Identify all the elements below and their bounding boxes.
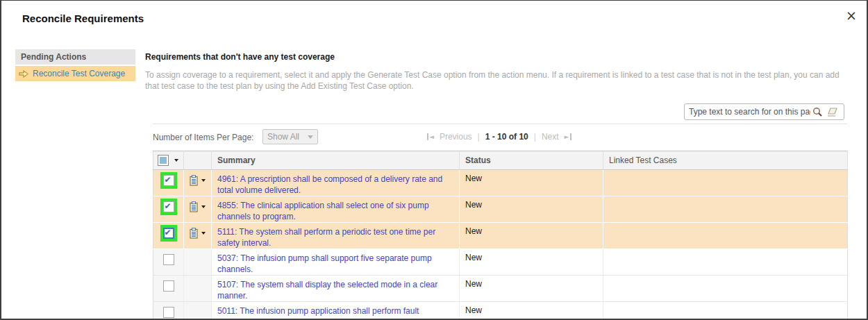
requirements-table: Summary Status Linked Test Cases 4961: A… (153, 151, 848, 320)
pagination-range: 1 - 10 of 10 (485, 132, 528, 142)
row-menu-cell (184, 170, 212, 196)
caret-down-icon (201, 232, 206, 235)
row-checkbox-cell (153, 249, 184, 276)
row-checkbox[interactable] (163, 201, 174, 212)
close-icon[interactable]: × (846, 9, 857, 22)
pagination: ◄ Previous | 1 - 10 of 10 | Next ► (427, 132, 571, 142)
linked-test-cases-cell (603, 170, 848, 196)
status-cell: New (460, 302, 603, 320)
sidebar-item-reconcile-test-coverage[interactable]: Reconcile Test Coverage (15, 66, 135, 81)
linked-test-cases-cell (603, 196, 848, 223)
row-menu-cell (184, 276, 212, 302)
page-title: Requirements that don't have any test co… (145, 52, 335, 62)
next-page-button[interactable]: Next (542, 132, 559, 142)
reconcile-requirements-dialog: Reconcile Requirements × Pending Actions… (0, 0, 868, 320)
table-row: 5037: The infusion pump shall support fi… (153, 249, 848, 276)
search-icon[interactable] (810, 107, 825, 117)
row-checkbox[interactable] (163, 175, 174, 186)
caret-down-icon (201, 179, 206, 182)
requirement-link[interactable]: 4961: A prescription shall be composed o… (217, 174, 442, 195)
table-row: 4855: The clinical application shall sel… (153, 196, 848, 223)
row-checkbox[interactable] (163, 228, 174, 239)
summary-cell: 4855: The clinical application shall sel… (212, 196, 460, 223)
linked-test-cases-cell (603, 223, 848, 249)
row-checkbox-cell (153, 170, 184, 196)
page-description: To assign coverage to a requirement, sel… (145, 69, 846, 92)
sidebar-header: Pending Actions (15, 49, 135, 65)
items-per-page-select[interactable]: Show All (262, 129, 318, 144)
table-row: 5111: The system shall perform a periodi… (153, 223, 848, 249)
summary-cell: 5011: The infusion pump application shal… (212, 302, 460, 320)
row-checkbox-cell (153, 196, 184, 223)
requirement-link[interactable]: 5111: The system shall perform a periodi… (217, 227, 435, 248)
row-checkbox-cell (153, 302, 184, 320)
previous-page-button[interactable]: Previous (440, 132, 472, 142)
table-header-row: Summary Status Linked Test Cases (153, 151, 848, 170)
row-action-menu[interactable] (190, 201, 206, 212)
sidebar-item-label: Reconcile Test Coverage (33, 69, 125, 78)
pending-actions-sidebar: Pending Actions Reconcile Test Coverage (15, 49, 135, 81)
first-page-icon[interactable]: ◄ (427, 133, 434, 140)
column-header-summary[interactable]: Summary (212, 151, 460, 170)
row-menu-cell (184, 249, 212, 276)
header-menu-cell (184, 151, 212, 170)
chevron-down-icon (308, 135, 313, 139)
row-checkbox[interactable] (163, 280, 174, 292)
items-per-page-value: Show All (267, 132, 299, 142)
row-action-menu[interactable] (190, 228, 206, 239)
row-action-menu[interactable] (190, 175, 206, 186)
pagination-separator: | (478, 132, 480, 142)
status-cell: New (460, 170, 603, 196)
summary-cell: 5107: The system shall display the selec… (212, 276, 460, 302)
summary-cell: 5111: The system shall perform a periodi… (212, 223, 460, 249)
requirement-link[interactable]: 5107: The system shall display the selec… (217, 280, 437, 301)
status-cell: New (460, 276, 603, 302)
linked-test-cases-cell (603, 249, 848, 276)
items-per-page-label: Number of Items Per Page: (153, 133, 253, 142)
header-checkbox-cell (153, 151, 184, 170)
table-body: 4961: A prescription shall be composed o… (153, 170, 848, 320)
arrow-right-icon (19, 70, 28, 78)
status-cell: New (460, 223, 603, 249)
row-menu-cell (184, 223, 212, 249)
dialog-title: Reconcile Requirements (22, 12, 144, 24)
table-row: 5011: The infusion pump application shal… (153, 302, 848, 320)
select-all-checkbox[interactable] (158, 155, 169, 166)
document-icon (190, 201, 199, 212)
summary-cell: 5037: The infusion pump shall support fi… (212, 249, 460, 276)
table-row: 4961: A prescription shall be composed o… (153, 170, 848, 196)
row-checkbox[interactable] (163, 254, 174, 265)
page-search-box (684, 103, 844, 120)
linked-test-cases-cell (603, 302, 848, 320)
search-input[interactable] (689, 107, 810, 117)
caret-down-icon (201, 205, 206, 208)
summary-cell: 4961: A prescription shall be composed o… (212, 170, 460, 196)
selection-menu-caret-icon[interactable] (174, 159, 178, 162)
column-header-linked-test-cases[interactable]: Linked Test Cases (603, 151, 848, 170)
linked-test-cases-cell (603, 276, 848, 302)
toolbar-divider (153, 124, 847, 124)
requirement-link[interactable]: 5037: The infusion pump shall support fi… (217, 253, 432, 274)
status-cell: New (460, 249, 603, 276)
row-checkbox[interactable] (163, 307, 174, 318)
requirement-link[interactable]: 4855: The clinical application shall sel… (217, 201, 429, 221)
row-menu-cell (184, 302, 212, 320)
row-checkbox-cell (153, 223, 184, 249)
clear-search-icon[interactable] (825, 107, 841, 117)
document-icon (190, 228, 199, 239)
row-menu-cell (184, 196, 212, 223)
status-cell: New (460, 196, 603, 223)
pagination-separator: | (534, 132, 536, 142)
document-icon (190, 175, 199, 186)
requirement-link[interactable]: 5011: The infusion pump application shal… (217, 306, 419, 320)
column-header-status[interactable]: Status (460, 151, 603, 170)
table-row: 5107: The system shall display the selec… (153, 276, 848, 302)
row-checkbox-cell (153, 276, 184, 302)
last-page-icon[interactable]: ► (565, 133, 571, 140)
